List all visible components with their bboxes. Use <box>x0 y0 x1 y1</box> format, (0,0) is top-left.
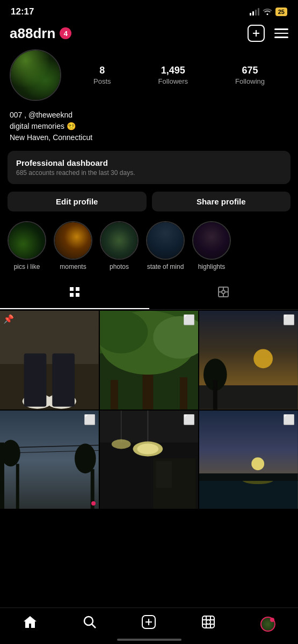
search-icon <box>83 615 97 633</box>
grid-item-4[interactable]: ⬜ <box>0 411 99 509</box>
svg-rect-23 <box>142 375 153 409</box>
nav-search[interactable] <box>83 615 97 633</box>
svg-rect-58 <box>202 616 214 628</box>
dashboard-subtitle: 685 accounts reached in the last 30 days… <box>16 169 282 177</box>
stats-area: 8 Posts 1,495 Followers 675 Following <box>70 65 288 85</box>
multi-post-icon-5: ⬜ <box>283 414 295 426</box>
svg-rect-24 <box>111 380 118 409</box>
tab-bar <box>0 279 298 310</box>
tab-tagged[interactable] <box>149 279 299 309</box>
nav-add[interactable] <box>141 614 156 633</box>
add-icon <box>141 614 156 633</box>
highlight-item-3[interactable]: photos <box>100 221 139 270</box>
notification-badge[interactable]: 4 <box>60 27 71 39</box>
highlight-label-1: pics i like <box>14 263 40 270</box>
tagged-icon <box>217 286 230 302</box>
highlight-item-4[interactable]: state of mind <box>146 221 185 270</box>
highlight-label-2: moments <box>60 263 86 270</box>
svg-rect-50 <box>199 480 298 509</box>
svg-point-45 <box>111 439 130 449</box>
red-dot-badge <box>91 501 96 506</box>
add-post-button[interactable] <box>248 25 265 42</box>
home-icon <box>23 615 38 633</box>
menu-button[interactable] <box>274 28 288 38</box>
status-bar: 12:17 25 <box>0 0 298 20</box>
svg-point-7 <box>222 290 225 294</box>
grid-icon <box>68 286 81 302</box>
multi-post-icon: ⬜ <box>183 314 195 326</box>
svg-line-54 <box>92 624 96 628</box>
battery-icon: 25 <box>275 8 287 16</box>
svg-rect-4 <box>70 293 74 297</box>
grid-item-5[interactable]: ⬜ <box>100 411 199 509</box>
followers-label: Followers <box>158 77 188 85</box>
share-profile-button[interactable]: Share profile <box>152 192 291 211</box>
multi-post-icon-4: ⬜ <box>183 414 195 426</box>
svg-rect-52 <box>199 473 298 481</box>
profile-section: 8 Posts 1,495 Followers 675 Following <box>0 47 298 108</box>
dashboard-title: Professional dashboard <box>16 158 282 167</box>
grid-item-2[interactable]: ⬜ <box>100 311 199 409</box>
highlight-label-5: highlights <box>198 263 226 270</box>
grid-item-1[interactable]: 📌 <box>0 311 99 409</box>
svg-point-53 <box>84 617 93 625</box>
bio-section: 007 , @theweeknd digital memories 😵‍💫 Ne… <box>0 108 298 151</box>
pin-icon: 📌 <box>3 314 14 324</box>
nav-profile[interactable] <box>260 617 275 632</box>
svg-rect-2 <box>70 287 74 291</box>
svg-rect-5 <box>76 293 79 297</box>
followers-count: 1,495 <box>158 65 188 76</box>
highlight-item-1[interactable]: pics i like <box>8 221 46 270</box>
status-time: 12:17 <box>11 6 34 17</box>
following-label: Following <box>235 77 265 85</box>
bio-line-2: digital memories 😵‍💫 <box>10 121 288 132</box>
svg-point-59 <box>206 620 210 624</box>
photo-grid: 📌 ⬜ <box>0 311 298 509</box>
avatar[interactable] <box>10 49 61 101</box>
svg-point-27 <box>254 349 273 368</box>
posts-label: Posts <box>93 77 111 85</box>
svg-point-37 <box>75 443 96 473</box>
edit-profile-button[interactable]: Edit profile <box>8 192 147 211</box>
home-indicator <box>117 639 181 641</box>
username-label: a88drn <box>10 25 55 42</box>
grid-item-3[interactable]: ⬜ <box>199 311 298 409</box>
action-buttons: Edit profile Share profile <box>0 192 298 221</box>
nav-reels[interactable] <box>201 615 215 633</box>
followers-stat[interactable]: 1,495 Followers <box>158 65 188 85</box>
multi-post-icon-2: ⬜ <box>283 314 295 326</box>
status-icons: 25 <box>250 8 287 17</box>
highlight-item-2[interactable]: moments <box>54 221 92 270</box>
bio-line-1: 007 , @theweeknd <box>10 109 288 121</box>
following-count: 675 <box>235 65 265 76</box>
posts-count: 8 <box>93 65 111 76</box>
svg-rect-36 <box>16 464 19 509</box>
highlight-label-3: photos <box>110 263 129 270</box>
reels-icon <box>201 615 215 633</box>
svg-point-43 <box>137 443 158 454</box>
svg-point-49 <box>252 457 265 470</box>
nav-home[interactable] <box>23 615 38 633</box>
svg-rect-16 <box>24 353 47 406</box>
svg-rect-17 <box>52 353 75 406</box>
bio-line-3: New Haven, Connecticut <box>10 132 288 143</box>
svg-rect-3 <box>76 287 79 291</box>
svg-rect-30 <box>213 380 217 409</box>
highlight-label-4: state of mind <box>147 263 184 270</box>
username-area: a88drn 4 <box>10 25 71 42</box>
signal-icon <box>250 8 259 16</box>
grid-item-6[interactable]: ⬜ <box>199 411 298 509</box>
header: a88drn 4 <box>0 20 298 47</box>
profile-notification-dot <box>270 618 274 622</box>
header-icons <box>248 25 288 42</box>
professional-dashboard[interactable]: Professional dashboard 685 accounts reac… <box>8 151 290 184</box>
tab-grid[interactable] <box>0 279 149 309</box>
svg-rect-47 <box>156 461 172 488</box>
multi-post-icon-3: ⬜ <box>84 414 96 426</box>
svg-point-35 <box>1 440 20 466</box>
highlight-item-5[interactable]: highlights <box>192 221 231 270</box>
posts-stat[interactable]: 8 Posts <box>93 65 111 85</box>
following-stat[interactable]: 675 Following <box>235 65 265 85</box>
wifi-icon <box>263 8 272 17</box>
svg-rect-25 <box>180 377 187 409</box>
